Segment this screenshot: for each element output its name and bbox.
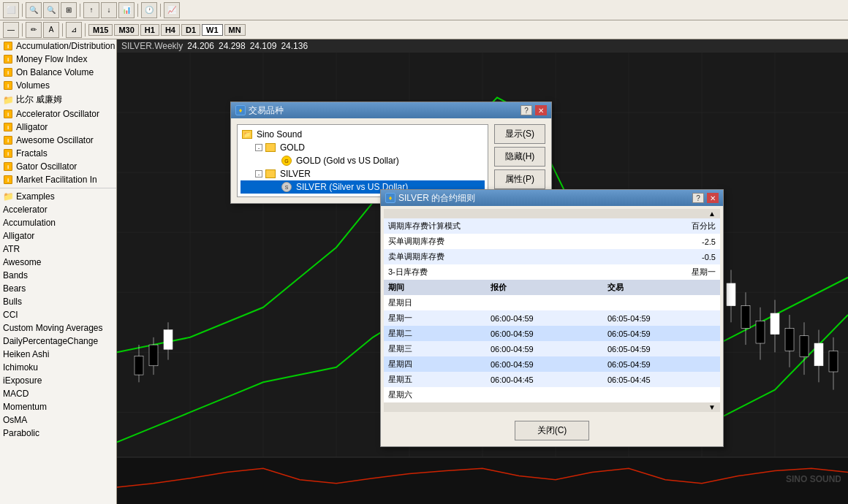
item-examples[interactable]: 📁 Examples bbox=[0, 190, 116, 203]
item-cci[interactable]: CCI bbox=[0, 308, 116, 321]
contract-titlebar-left: ♦ SILVER 的合约细则 bbox=[385, 192, 475, 205]
sep3 bbox=[137, 4, 138, 17]
grid-btn[interactable]: ⊞ bbox=[61, 2, 77, 18]
item-obv[interactable]: i On Balance Volume bbox=[0, 66, 116, 79]
item-bands[interactable]: Bands bbox=[0, 269, 116, 282]
folder-icon: 📁 bbox=[3, 95, 13, 105]
row-swap-mode: 调期库存费计算模式 百分比 bbox=[384, 218, 720, 234]
tree-root[interactable]: 📁 Sino Sound bbox=[241, 128, 485, 141]
symbol-dialog-title: 交易品种 bbox=[249, 104, 284, 117]
tf-h1[interactable]: H1 bbox=[140, 24, 159, 36]
row-thursday: 星期四 06:00-04:59 06:05-04:59 bbox=[384, 356, 720, 372]
scroll-bottom-row: ▼ bbox=[384, 402, 720, 412]
zoom-in-btn[interactable]: 🔍 bbox=[26, 2, 42, 18]
help-btn[interactable]: ? bbox=[520, 105, 532, 115]
item-bears[interactable]: Bears bbox=[0, 282, 116, 295]
close-symbol-dialog[interactable]: ✕ bbox=[535, 105, 547, 115]
chart-type-btn[interactable]: 📈 bbox=[164, 2, 180, 18]
row-monday: 星期一 06:00-04:59 06:05-04:59 bbox=[384, 310, 720, 326]
close-contract-dialog[interactable]: ✕ bbox=[707, 193, 719, 203]
period-header: 期间 bbox=[384, 280, 486, 295]
tree-silver-label: SILVER bbox=[280, 169, 311, 179]
item-accumulation[interactable]: Accumulation bbox=[0, 216, 116, 229]
contract-table: ▲ 调期库存费计算模式 百分比 买单调期库存费 -2.5 bbox=[384, 209, 720, 412]
chart-area: SILVER.Weekly 24.206 24.298 24.109 24.13… bbox=[117, 39, 848, 504]
contract-help-btn[interactable]: ? bbox=[692, 193, 704, 203]
item-macd[interactable]: MACD bbox=[0, 387, 116, 400]
3day-swap-label: 3-日库存费 bbox=[384, 264, 486, 280]
arrow2-btn[interactable]: ↓ bbox=[101, 2, 117, 18]
tf-m30[interactable]: M30 bbox=[114, 24, 138, 36]
sessions-header: 期间 报价 交易 bbox=[384, 280, 720, 295]
item-mfi2[interactable]: i Market Facilitation In bbox=[0, 173, 116, 186]
saturday-trade bbox=[603, 387, 720, 402]
root-folder-icon: 📁 bbox=[242, 130, 252, 139]
tree-silver-folder[interactable]: - SILVER bbox=[241, 167, 485, 180]
item-volumes[interactable]: i Volumes bbox=[0, 79, 116, 92]
tf-w1[interactable]: W1 bbox=[202, 24, 223, 36]
item-mfi[interactable]: i Money Flow Index bbox=[0, 53, 116, 66]
folder-icon2: 📁 bbox=[3, 191, 13, 202]
close-contract-btn[interactable]: 关闭(C) bbox=[515, 421, 590, 440]
fib-tool[interactable]: ⊿ bbox=[66, 22, 82, 38]
tree-gold-item-label: GOLD (Gold vs US Dollar) bbox=[296, 156, 399, 166]
new-chart-btn[interactable]: ⬜ bbox=[3, 2, 19, 18]
divider bbox=[0, 188, 116, 188]
sep6 bbox=[62, 23, 63, 37]
trade-header: 交易 bbox=[603, 280, 720, 295]
clock-btn[interactable]: 🕐 bbox=[141, 2, 157, 18]
friday-label: 星期五 bbox=[384, 372, 486, 387]
item-cma[interactable]: Custom Moving Averages bbox=[0, 321, 116, 335]
dialog-icon: ♦ bbox=[235, 105, 246, 115]
hide-btn[interactable]: 隐藏(H) bbox=[494, 147, 545, 167]
item-osma[interactable]: OsMA bbox=[0, 413, 116, 427]
indicator-btn[interactable]: 📊 bbox=[118, 2, 135, 18]
item-accelerator[interactable]: Accelerator bbox=[0, 203, 116, 216]
properties-btn[interactable]: 属性(P) bbox=[494, 169, 545, 189]
item-ichimoku[interactable]: Ichimoku bbox=[0, 361, 116, 374]
item-momentum[interactable]: Momentum bbox=[0, 400, 116, 413]
swap-short-value: -0.5 bbox=[486, 249, 720, 264]
silver-expand[interactable]: - bbox=[255, 170, 262, 177]
item-iexposure[interactable]: iExposure bbox=[0, 374, 116, 387]
gold-folder-icon bbox=[265, 143, 276, 152]
tf-mn[interactable]: MN bbox=[224, 24, 246, 36]
item-awesome2[interactable]: Awesome bbox=[0, 256, 116, 269]
pen-tool[interactable]: ✏ bbox=[26, 22, 42, 38]
tf-h4[interactable]: H4 bbox=[161, 24, 180, 36]
arrow-btn[interactable]: ↑ bbox=[83, 2, 99, 18]
contract-body: ▲ 调期库存费计算模式 百分比 买单调期库存费 -2.5 bbox=[381, 206, 723, 415]
item-gator[interactable]: i Gator Oscillator bbox=[0, 160, 116, 173]
silver-folder-icon bbox=[265, 169, 276, 178]
tree-gold-item[interactable]: G GOLD (Gold vs US Dollar) bbox=[241, 154, 485, 167]
item-alligator2[interactable]: Alligator bbox=[0, 229, 116, 243]
indicator-icon3: i bbox=[3, 67, 13, 77]
line-tool[interactable]: — bbox=[3, 22, 19, 38]
indicator-icon5: i bbox=[3, 109, 13, 119]
item-bulls[interactable]: Bulls bbox=[0, 295, 116, 308]
toolbar-top: ⬜ 🔍 🔍 ⊞ ↑ ↓ 📊 🕐 📈 bbox=[0, 0, 848, 20]
item-bill-williams[interactable]: 📁 比尔 威廉姆 bbox=[0, 92, 116, 107]
item-awesome[interactable]: i Awesome Oscillator bbox=[0, 134, 116, 147]
show-btn[interactable]: 显示(S) bbox=[494, 124, 545, 144]
item-acc-osc[interactable]: i Accelerator Oscillator bbox=[0, 107, 116, 121]
item-alligator[interactable]: i Alligator bbox=[0, 121, 116, 134]
gold-expand[interactable]: - bbox=[255, 144, 262, 151]
tf-m15[interactable]: M15 bbox=[88, 24, 113, 36]
item-accum-dist[interactable]: i Accumulation/Distribution bbox=[0, 39, 116, 53]
item-dpc[interactable]: DailyPercentageChange bbox=[0, 335, 116, 348]
item-parabolic[interactable]: Parabolic bbox=[0, 427, 116, 440]
item-heiken[interactable]: Heiken Ashi bbox=[0, 348, 116, 361]
monday-trade: 06:05-04:59 bbox=[603, 310, 720, 326]
item-atr[interactable]: ATR bbox=[0, 243, 116, 256]
tf-d1[interactable]: D1 bbox=[181, 24, 200, 36]
indicator-icon8: i bbox=[3, 148, 13, 159]
tree-gold-folder[interactable]: - GOLD bbox=[241, 141, 485, 154]
modal-overlay: ♦ 交易品种 ? ✕ 📁 Sino Sound bbox=[117, 39, 848, 504]
symbol-dialog: ♦ 交易品种 ? ✕ 📁 Sino Sound bbox=[230, 102, 552, 204]
tree-root-label: Sino Sound bbox=[257, 129, 302, 140]
thursday-trade: 06:05-04:59 bbox=[603, 356, 720, 372]
item-fractals[interactable]: i Fractals bbox=[0, 147, 116, 160]
text-tool[interactable]: A bbox=[43, 22, 59, 38]
zoom-out-btn[interactable]: 🔍 bbox=[43, 2, 59, 18]
